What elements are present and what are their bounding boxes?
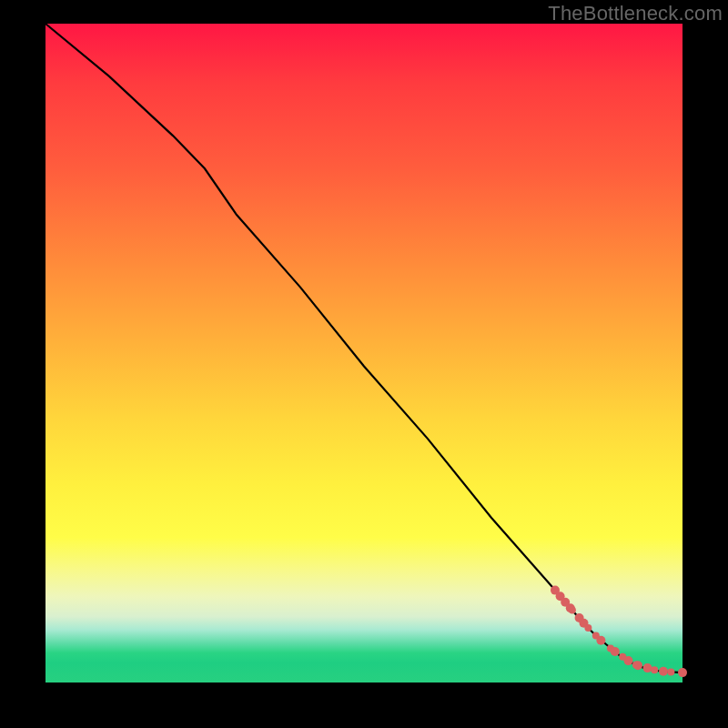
chart-dots (551, 586, 687, 678)
data-point (633, 661, 642, 670)
data-point (651, 666, 658, 673)
data-point (611, 647, 620, 656)
chart-frame: TheBottleneck.com (0, 0, 728, 728)
data-point (624, 656, 633, 665)
chart-overlay (46, 24, 682, 682)
chart-line (46, 24, 682, 672)
data-point (643, 663, 652, 672)
data-point (569, 606, 576, 613)
data-point (584, 624, 592, 632)
watermark-text: TheBottleneck.com (548, 2, 723, 25)
data-point (678, 668, 687, 677)
data-point (596, 636, 605, 645)
data-point (667, 668, 674, 675)
data-point (659, 667, 668, 676)
